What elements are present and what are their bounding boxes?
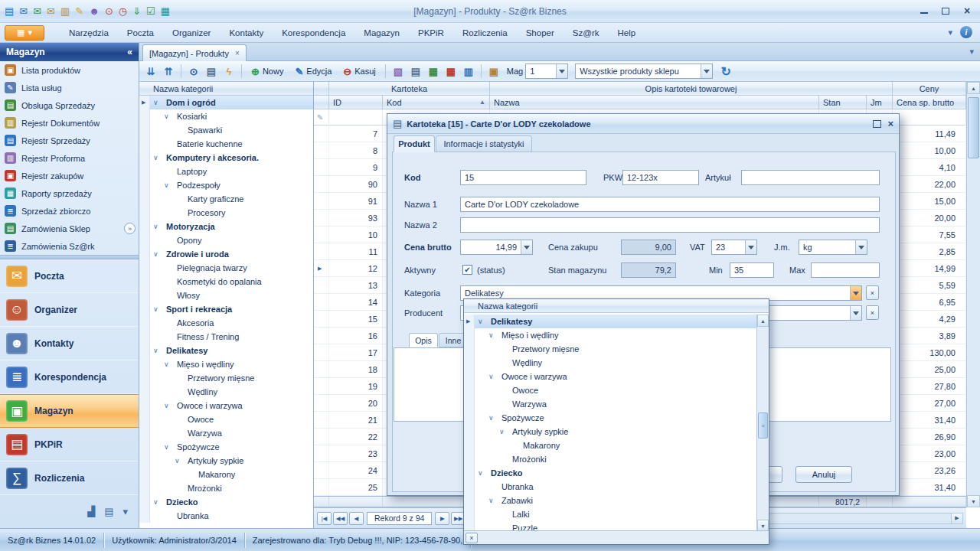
quick-access-icon[interactable]: ▥ [60, 6, 70, 16]
scroll-up-icon[interactable]: ▲ [967, 82, 980, 94]
category-tree-item[interactable]: Sport i rekreacja [139, 302, 313, 316]
quick-access-icon[interactable]: ✉ [33, 6, 41, 16]
refresh-icon[interactable]: ↻ [718, 64, 733, 79]
dropdown-tree-item[interactable]: Dziecko [464, 466, 758, 480]
quick-access-icon[interactable]: ☻ [89, 6, 100, 16]
app-menu-button[interactable]: ▦ ▾ [5, 25, 44, 41]
category-tree-item[interactable]: Zdrowie i uroda [139, 247, 313, 261]
pkwiu-field[interactable]: 12-123x [622, 170, 699, 185]
dropdown-tree-item[interactable]: Artykuły sypkie [464, 425, 758, 439]
collapse-chevron-icon[interactable]: » [124, 223, 136, 234]
dropdown-tree-item[interactable]: Wędliny [464, 356, 758, 370]
sidebar-footer-icon[interactable]: ▟ [87, 506, 95, 517]
sidebar-item[interactable]: ▣ Rejestr zakupów » [0, 167, 139, 184]
vertical-scrollbar[interactable]: ▲ ▼ [966, 82, 980, 507]
category-tree-item[interactable]: Opony [139, 233, 313, 247]
delete-button[interactable]: ⊖ Kasuj [338, 64, 380, 79]
expand-all-icon[interactable]: ⇊ [143, 64, 158, 79]
column-header-stan[interactable]: Stan [819, 96, 867, 109]
dialog-maximize-button[interactable] [873, 120, 881, 128]
column-header-nazwa[interactable]: Nazwa [490, 96, 819, 109]
category-tree-item[interactable]: Spożywcze [139, 440, 313, 454]
category-tree-item[interactable]: Dziecko [139, 495, 313, 509]
scroll-up-icon[interactable]: ▲ [757, 315, 769, 327]
category-tree-item[interactable]: Dom i ogród [139, 96, 313, 109]
category-tree-item[interactable]: Ubranka [139, 509, 313, 523]
minimize-button[interactable] [917, 5, 931, 17]
dropdown-scroll-thumb[interactable]: ≡ [758, 412, 768, 439]
dropdown-tree-item[interactable]: Lalki [464, 507, 758, 521]
category-tree-item[interactable]: Delikatesy [139, 344, 313, 357]
expand-arrow-icon[interactable] [153, 498, 163, 506]
tab-close-icon[interactable]: × [235, 49, 240, 57]
edit-button[interactable]: ✎ Edycja [290, 64, 336, 79]
collapse-all-icon[interactable]: ⇈ [161, 64, 176, 79]
category-tree-item[interactable]: Karty graficzne [139, 192, 313, 206]
band-ceny[interactable]: Ceny [893, 82, 966, 96]
vertical-scroll-thumb[interactable] [968, 97, 979, 158]
category-tree-item[interactable]: Włosy [139, 289, 313, 302]
dropdown-tree-item[interactable]: Przetwory mięsne [464, 342, 758, 356]
dropdown-tree-item[interactable]: Mrożonki [464, 452, 758, 466]
expand-arrow-icon[interactable] [499, 428, 509, 435]
dropdown-scrollbar[interactable]: ▲ ≡ ▼ [756, 315, 769, 532]
module-item[interactable]: ▤ PKPiR [0, 428, 139, 461]
package-icon[interactable]: ▣ [486, 64, 501, 79]
producent-clear-button[interactable]: × [866, 305, 879, 320]
dropdown-tree-item[interactable]: Mięso i wędliny [464, 328, 758, 342]
sidebar-item[interactable]: ▤ Obsługa Sprzedaży » [0, 96, 139, 114]
module-item[interactable]: ∑ Rozliczenia [0, 461, 139, 495]
category-tree-item[interactable]: Owoce [139, 412, 313, 426]
maximize-button[interactable] [939, 5, 952, 17]
sidebar-footer-icon[interactable]: ▤ [104, 506, 113, 517]
sidebar-item[interactable]: ▦ Raporty sprzedaży » [0, 184, 139, 202]
ribbon-tab[interactable]: Shoper [518, 26, 562, 40]
ribbon-expand-icon[interactable]: ▾ [948, 28, 952, 37]
quick-access-icon[interactable]: ⊙ [105, 6, 113, 16]
filter-cell[interactable] [893, 109, 966, 126]
band-kartoteka[interactable]: Kartoteka [329, 82, 490, 96]
chevron-down-icon[interactable] [850, 306, 861, 320]
expand-arrow-icon[interactable] [164, 402, 174, 409]
category-tree-item[interactable]: Spawarki [139, 123, 313, 137]
max-field[interactable] [811, 262, 880, 278]
expand-arrow-icon[interactable] [488, 373, 498, 380]
quick-action-icon[interactable]: ϟ [221, 64, 237, 79]
column-header-id[interactable]: ID [329, 96, 383, 109]
category-tree-item[interactable]: Mięso i wędliny [139, 357, 313, 371]
sidebar-item[interactable]: ▣ Lista produktów » [0, 61, 139, 79]
info-icon[interactable]: i [960, 26, 972, 38]
print-icon[interactable]: ▤ [204, 64, 219, 79]
module-item[interactable]: ≣ Korespondencja [0, 360, 139, 394]
category-tree-item[interactable]: Owoce i warzywa [139, 399, 313, 412]
expand-arrow-icon[interactable] [488, 331, 498, 339]
dropdown-header[interactable]: Nazwa kategorii [464, 299, 769, 313]
dialog-close-button[interactable]: × [887, 118, 893, 129]
sidebar-item[interactable]: ≣ Zamówienia Sz@rk » [0, 237, 139, 255]
category-tree-item[interactable]: Artykuły sypkie [139, 454, 313, 468]
column-header-jm[interactable]: Jm [867, 96, 893, 109]
chevron-down-icon[interactable] [745, 240, 756, 254]
expand-arrow-icon[interactable] [488, 497, 498, 504]
columns-icon[interactable]: ▥ [461, 64, 476, 79]
quick-access-icon[interactable]: ⇓ [132, 6, 141, 16]
dropdown-tree-item[interactable]: Delikatesy [464, 315, 758, 328]
expand-arrow-icon[interactable] [478, 318, 488, 325]
expand-arrow-icon[interactable] [488, 414, 498, 422]
quick-access-icon[interactable]: ☑ [146, 6, 155, 16]
aktywny-checkbox[interactable] [462, 265, 472, 275]
category-tree-item[interactable]: Baterie kuchenne [139, 137, 313, 151]
chevron-down-icon[interactable] [521, 240, 532, 254]
tabstrip-overflow-icon[interactable]: ▾ [969, 47, 974, 57]
quick-access-icon[interactable]: ▦ [161, 6, 170, 16]
expand-arrow-icon[interactable] [153, 154, 163, 161]
navigator-button[interactable]: ▶ [435, 512, 449, 525]
module-item[interactable]: ▣ Magazyn [0, 394, 139, 428]
nazwa2-field[interactable] [460, 217, 880, 233]
export-icon[interactable]: ▦ [426, 64, 441, 79]
ribbon-tab[interactable]: Magazyn [356, 26, 407, 40]
chevron-down-icon[interactable] [850, 286, 861, 300]
module-item[interactable]: ☻ Kontakty [0, 327, 139, 360]
cena-brutto-field[interactable]: 14,99 [460, 240, 533, 255]
print-grid-icon[interactable]: ▤ [408, 64, 423, 79]
